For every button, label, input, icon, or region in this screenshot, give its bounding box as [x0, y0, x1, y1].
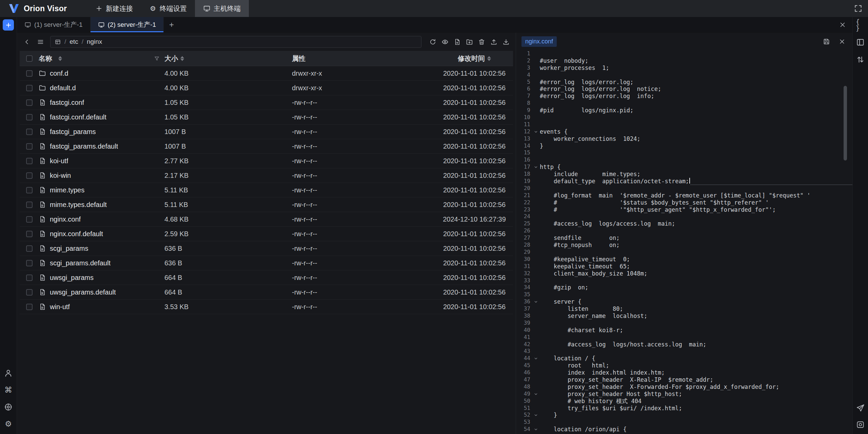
table-row[interactable]: scgi_params636 B-rw-r--r--2020-11-01 10:… — [20, 241, 513, 256]
code-line[interactable]: 9#pid logs/nginx.pid; — [516, 107, 852, 114]
column-header-size[interactable]: 大小 — [164, 54, 178, 63]
table-row[interactable]: scgi_params.default636 B-rw-r--r--2020-1… — [20, 256, 513, 270]
table-row[interactable]: koi-win2.17 KB-rw-r--r--2020-11-01 10:02… — [20, 168, 513, 183]
table-row[interactable]: nginx.conf4.68 KB-rw-r--r--2024-12-10 16… — [20, 212, 513, 227]
table-row[interactable]: mime.types5.11 KB-rw-r--r--2020-11-01 10… — [20, 183, 513, 197]
fold-chevron-icon[interactable] — [532, 298, 540, 305]
table-row[interactable]: fastcgi_params1007 B-rw-r--r--2020-11-01… — [20, 125, 513, 139]
code-line[interactable]: 6#error_log logs/error.log notice; — [516, 86, 852, 93]
code-line[interactable]: 13 worker_connections 1024; — [516, 135, 852, 143]
theme-icon[interactable] — [4, 402, 13, 412]
code-line[interactable]: 31 keepalive_timeout 65; — [516, 263, 852, 270]
code-line[interactable]: 18 include mime.types; — [516, 171, 852, 178]
close-editor-button[interactable] — [837, 36, 847, 46]
preview-button[interactable] — [439, 37, 451, 47]
code-line[interactable]: 22 # '$status $body_bytes_sent "$http_re… — [516, 199, 852, 206]
code-line[interactable]: 37 listen 80; — [516, 305, 852, 313]
code-line[interactable]: 3worker_processes 1; — [516, 64, 852, 72]
save-button[interactable] — [821, 36, 831, 46]
filter-icon[interactable] — [154, 56, 160, 61]
code-line[interactable]: 40 #charset koi8-r; — [516, 327, 852, 334]
code-line[interactable]: 45 root html; — [516, 362, 852, 369]
sort-name-icon[interactable] — [58, 56, 62, 61]
editor-scrollbar[interactable] — [844, 86, 847, 161]
code-line[interactable]: 46 index index.html index.htm; — [516, 369, 852, 376]
add-tab-button[interactable]: + — [164, 17, 179, 32]
swap-icon[interactable] — [856, 55, 865, 64]
table-row[interactable]: fastcgi_params.default1007 B-rw-r--r--20… — [20, 139, 513, 154]
code-line[interactable]: 19 default_type application/octet-stream… — [516, 178, 852, 185]
code-line[interactable]: 29 — [516, 249, 852, 256]
table-row[interactable]: koi-utf2.77 KB-rw-r--r--2020-11-01 10:02… — [20, 154, 513, 168]
download-button[interactable] — [500, 37, 512, 47]
code-line[interactable]: 4 — [516, 72, 852, 79]
code-line[interactable]: 16 — [516, 156, 852, 164]
new-file-button[interactable] — [451, 37, 463, 47]
code-line[interactable]: 41 — [516, 334, 852, 341]
fold-chevron-icon[interactable] — [532, 391, 540, 398]
path-breadcrumb[interactable]: /etc/nginx — [50, 36, 421, 48]
code-line[interactable]: 34 #gzip on; — [516, 284, 852, 291]
code-line[interactable]: 24 — [516, 213, 852, 220]
code-line[interactable]: 44 location / { — [516, 355, 852, 362]
row-checkbox[interactable] — [26, 231, 33, 237]
row-checkbox[interactable] — [26, 158, 33, 164]
code-line[interactable]: 53 — [516, 419, 852, 426]
row-checkbox[interactable] — [26, 187, 33, 193]
upload-button[interactable] — [488, 37, 499, 47]
code-line[interactable]: 52 } — [516, 412, 852, 419]
code-line[interactable]: 39 — [516, 320, 852, 327]
row-checkbox[interactable] — [26, 202, 33, 208]
code-line[interactable]: 32 client_max_body_size 1048m; — [516, 270, 852, 277]
code-line[interactable]: 26 — [516, 227, 852, 234]
new-tab-button[interactable] — [3, 19, 14, 31]
row-checkbox[interactable] — [26, 172, 33, 179]
code-line[interactable]: 47 proxy_set_header X-Real-IP $remote_ad… — [516, 376, 852, 383]
code-line[interactable]: 50 # web history 模式 404 — [516, 398, 852, 405]
fold-chevron-icon[interactable] — [532, 355, 540, 362]
row-checkbox[interactable] — [26, 245, 33, 252]
code-editor[interactable]: 12#user nobody;3worker_processes 1;45#er… — [516, 50, 852, 434]
row-checkbox[interactable] — [26, 85, 33, 91]
command-icon[interactable]: ⌘ — [4, 385, 13, 395]
code-line[interactable]: 30 #keepalive_timeout 0; — [516, 256, 852, 263]
code-line[interactable]: 14} — [516, 143, 852, 150]
path-root-icon[interactable] — [55, 39, 61, 45]
breadcrumb-segment[interactable]: nginx — [87, 38, 102, 45]
sort-mtime-icon[interactable] — [487, 56, 491, 61]
list-view-button[interactable] — [35, 37, 46, 47]
code-line[interactable]: 10 — [516, 114, 852, 121]
table-row[interactable]: fastcgi.conf.default1.05 KB-rw-r--r--202… — [20, 110, 513, 125]
table-row[interactable]: fastcgi.conf1.05 KB-rw-r--r--2020-11-01 … — [20, 95, 513, 110]
code-line[interactable]: 28 #tcp_nopush on; — [516, 242, 852, 249]
capture-icon[interactable] — [856, 420, 865, 429]
menu-item-host-terminal[interactable]: 主机终端 — [195, 0, 249, 17]
code-line[interactable]: 35 — [516, 291, 852, 298]
refresh-button[interactable] — [427, 37, 438, 47]
row-checkbox[interactable] — [26, 99, 33, 106]
fold-chevron-icon[interactable] — [532, 412, 540, 419]
row-checkbox[interactable] — [26, 216, 33, 223]
code-line[interactable]: 7#error_log logs/error.log info; — [516, 93, 852, 100]
code-line[interactable]: 21 #log_format main '$remote_addr - $rem… — [516, 192, 852, 199]
tab-1[interactable]: (1) server-生产-1 — [17, 17, 91, 32]
fold-chevron-icon[interactable] — [532, 128, 540, 135]
row-checkbox[interactable] — [26, 289, 33, 296]
table-row[interactable]: default.d4.00 KBdrwxr-xr-x2020-11-01 10:… — [20, 81, 513, 95]
sort-size-icon[interactable] — [180, 56, 184, 61]
fold-chevron-icon[interactable] — [532, 164, 540, 171]
gear-icon[interactable]: ⚙ — [4, 419, 13, 429]
code-line[interactable]: 11 — [516, 121, 852, 128]
code-line[interactable]: 23 # '"$http_user_agent" "$http_x_forwar… — [516, 206, 852, 213]
send-icon[interactable] — [856, 403, 865, 413]
menu-item-terminal-settings[interactable]: ⚙终端设置 — [141, 0, 195, 17]
code-line[interactable]: 8 — [516, 100, 852, 107]
table-row[interactable]: nginx.conf.default2.59 KB-rw-r--r--2020-… — [20, 227, 513, 241]
user-icon[interactable] — [4, 369, 13, 378]
code-line[interactable]: 51 try_files $uri $uri/ /index.html; — [516, 405, 852, 412]
code-line[interactable]: 42 #access_log logs/host.access.log main… — [516, 341, 852, 348]
code-line[interactable]: 54 location /orion/api { — [516, 426, 852, 433]
table-row[interactable]: mime.types.default5.11 KB-rw-r--r--2020-… — [20, 197, 513, 212]
code-line[interactable]: 48 proxy_set_header X-Forwarded-For $pro… — [516, 383, 852, 391]
code-line[interactable]: 27 sendfile on; — [516, 234, 852, 242]
